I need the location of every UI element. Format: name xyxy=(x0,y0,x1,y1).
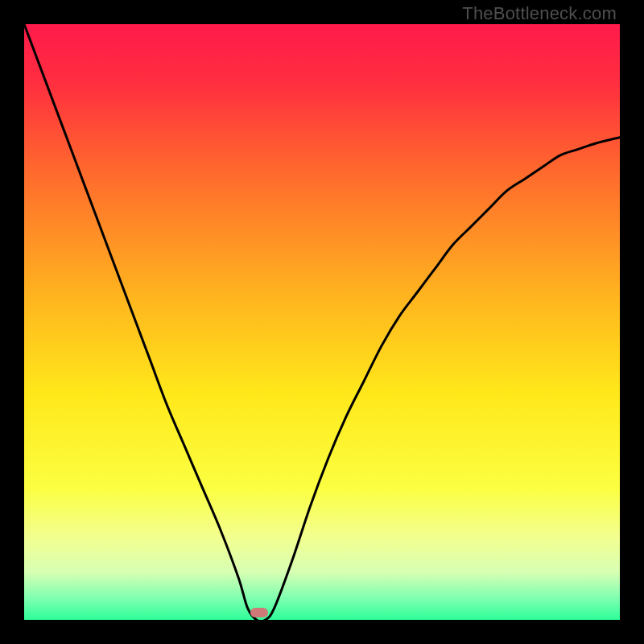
optimum-marker xyxy=(250,608,268,617)
plot-area xyxy=(24,24,620,620)
bottleneck-curve xyxy=(24,24,620,620)
watermark-text: TheBottleneck.com xyxy=(462,3,617,24)
